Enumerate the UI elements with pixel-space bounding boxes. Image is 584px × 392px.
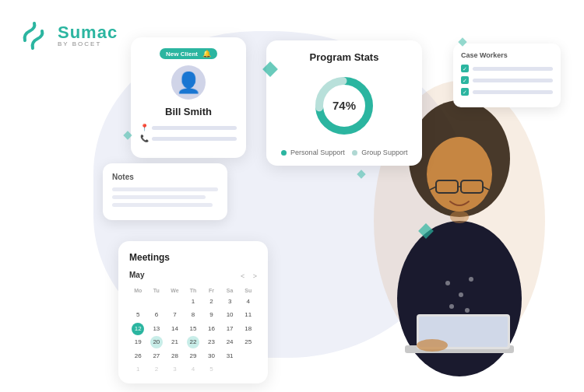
notes-card: Notes [103,163,227,220]
cal-day-nm-2: 2 [148,363,166,376]
legend-group-label: Group Support [361,149,407,156]
cal-day-12[interactable]: 12 [132,323,144,335]
cal-day-6[interactable]: 6 [148,309,166,321]
cal-day-empty-4 [239,350,257,362]
logo-sumac-label: Sumac [58,24,118,41]
cw-bar-2 [473,79,553,82]
cal-day-empty-1 [129,296,147,308]
cw-row-2: ✓ [461,76,553,84]
check-mark-3: ✓ [463,89,467,95]
logo-icon [19,19,53,53]
cal-day-20[interactable]: 20 [150,336,163,348]
cw-row-1: ✓ [461,65,553,72]
cal-header-sa: Sa [221,286,239,295]
cal-day-29[interactable]: 29 [185,350,202,362]
svg-point-12 [445,281,450,285]
donut-percentage: 74% [332,99,356,112]
cal-day-8[interactable]: 8 [185,309,202,321]
stats-legend: Personal Support Group Support [277,149,411,156]
cal-header-we: We [166,286,184,295]
cal-day-empty-3 [166,296,184,308]
cal-day-23[interactable]: 23 [202,336,220,348]
notes-title: Notes [112,173,218,181]
cal-day-14[interactable]: 14 [166,323,184,335]
cal-day-nm-6 [221,363,239,376]
legend-personal: Personal Support [281,149,345,156]
cal-day-13[interactable]: 13 [148,323,166,335]
cal-day-27[interactable]: 27 [148,350,166,362]
cal-prev-button[interactable]: < [241,272,245,280]
cw-bar-3 [473,90,553,94]
calendar-grid: Mo Tu We Th Fr Sa Su 1 2 3 4 5 6 7 8 9 1… [129,286,257,376]
cal-day-nm-7 [239,363,257,376]
svg-point-5 [427,137,492,212]
cal-header-mo: Mo [129,286,147,295]
cal-day-10[interactable]: 10 [221,309,239,321]
svg-point-20 [417,339,448,352]
client-name: Bill Smith [165,106,212,117]
client-card: New Client 🔔 👤 Bill Smith 📍 📞 [131,37,246,158]
check-mark-1: ✓ [463,66,467,72]
cw-check-1: ✓ [461,65,469,72]
cal-day-30[interactable]: 30 [202,350,220,362]
legend-personal-label: Personal Support [290,149,345,156]
cal-day-7[interactable]: 7 [166,309,184,321]
svg-point-16 [465,308,470,313]
cal-day-nm-4: 4 [185,363,202,376]
logo-text-group: Sumac BY BOCET [58,24,118,47]
cal-day-24[interactable]: 24 [221,336,239,348]
cal-day-4[interactable]: 4 [239,296,257,308]
svg-point-21 [450,211,469,223]
cal-day-31[interactable]: 31 [221,350,239,362]
notes-line-3 [112,203,213,207]
cal-day-17[interactable]: 17 [221,323,239,335]
client-detail-row-2: 📞 [140,135,237,142]
svg-point-14 [469,277,473,282]
cal-day-2[interactable]: 2 [202,296,220,308]
cal-header-su: Su [239,286,257,295]
cal-day-16[interactable]: 16 [202,323,220,335]
calendar-month-row: May < > [129,268,257,282]
cal-day-empty-2 [148,296,166,308]
detail-bar-1 [152,126,237,130]
cal-day-18[interactable]: 18 [239,323,257,335]
cal-day-3[interactable]: 3 [221,296,239,308]
bell-icon: 🔔 [202,50,211,58]
donut-svg: 74% [309,71,379,141]
cal-day-28[interactable]: 28 [166,350,184,362]
svg-point-13 [459,292,463,297]
cal-day-21[interactable]: 21 [166,336,184,348]
new-client-badge: New Client 🔔 [160,48,217,59]
cal-header-th: Th [185,286,202,295]
cal-day-15[interactable]: 15 [185,323,202,335]
donut-chart: 74% [277,71,411,141]
meetings-title: Meetings [129,252,257,263]
cal-month-label: May [129,271,144,279]
cal-day-22[interactable]: 22 [187,336,199,348]
cw-check-3: ✓ [461,88,469,96]
cw-check-2: ✓ [461,76,469,84]
cal-day-11[interactable]: 11 [239,309,257,321]
cal-day-26[interactable]: 26 [129,350,147,362]
cal-day-1[interactable]: 1 [185,296,202,308]
cal-day-25[interactable]: 25 [239,336,257,348]
location-icon: 📍 [140,124,149,131]
logo-by-label: BY BOCET [58,41,118,47]
new-client-label: New Client [166,51,198,58]
detail-bar-2 [152,137,237,141]
cal-day-nm-3: 3 [166,363,184,376]
check-mark-2: ✓ [463,78,467,83]
notes-line-2 [112,195,206,199]
cal-day-5[interactable]: 5 [129,309,147,321]
avatar-icon: 👤 [176,71,201,95]
cal-day-9[interactable]: 9 [202,309,220,321]
logo: Sumac BY BOCET [19,19,118,53]
cal-nav-group: < > [241,268,257,282]
case-workers-title: Case Workers [461,51,553,59]
legend-dot-personal [281,150,287,156]
cal-next-button[interactable]: > [253,272,257,280]
notes-line-1 [112,187,218,191]
svg-point-15 [449,304,454,309]
client-detail-row-1: 📍 [140,124,237,131]
cal-day-19[interactable]: 19 [129,336,147,348]
